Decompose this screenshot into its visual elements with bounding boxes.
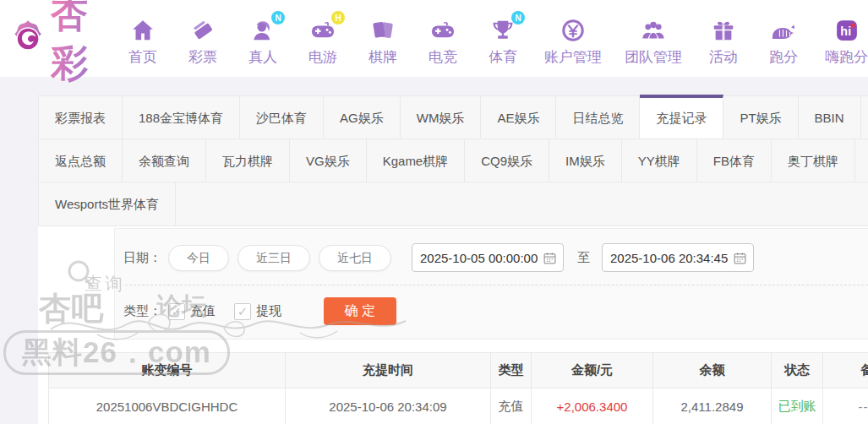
nav-item-hi-paofen[interactable]: hi 嗨跑分 <box>825 17 868 67</box>
tab-balance-query[interactable]: 余额查询 <box>123 139 206 182</box>
date-to-value: 2025-10-06 20:34:45 <box>610 251 728 265</box>
tab-yy-chess[interactable]: YY棋牌 <box>622 139 697 182</box>
nav-item-chess-cards[interactable]: 棋牌 <box>364 17 401 67</box>
nav-item-egames[interactable]: H 电游 <box>304 17 341 67</box>
main-panel: 彩票报表 188金宝博体育 沙巴体育 AG娱乐 WM娱乐 AE娱乐 日结总览 充… <box>38 95 868 424</box>
tab-row-1: 彩票报表 188金宝博体育 沙巴体育 AG娱乐 WM娱乐 AE娱乐 日结总览 充… <box>39 96 868 139</box>
col-header-change-id: 账变编号 <box>49 353 286 389</box>
nav-item-label: 跑分 <box>769 47 798 67</box>
nav-item-activity[interactable]: 活动 <box>705 17 742 67</box>
new-badge: N <box>511 11 525 24</box>
cards-icon <box>369 17 396 44</box>
gamepad-icon: H <box>309 17 336 44</box>
trophy-icon: N <box>489 17 516 44</box>
flower-logo-icon <box>8 14 47 64</box>
tab-im-entertainment[interactable]: IM娱乐 <box>549 139 622 182</box>
nav-item-esports[interactable]: 电竞 <box>424 17 461 67</box>
date-to-input[interactable]: 2025-10-06 20:34:45 <box>602 243 754 272</box>
nav-item-label: 账户管理 <box>544 47 602 67</box>
nav-item-home[interactable]: 首页 <box>124 17 161 67</box>
page: 杏彩 首页 彩票 N 真人 <box>0 0 868 424</box>
quick-range-3days-button[interactable]: 近三日 <box>237 245 310 271</box>
nav-item-label: 体育 <box>489 47 517 67</box>
nav-item-account-management[interactable]: 账户管理 <box>544 17 602 67</box>
nav-item-sports[interactable]: N 体育 <box>484 17 521 67</box>
new-badge: N <box>271 11 285 24</box>
check-icon: ✓ <box>237 305 248 318</box>
tab-pt-entertainment[interactable]: PT娱乐 <box>723 96 798 139</box>
nav-item-paofen[interactable]: 跑分 <box>765 17 802 67</box>
tab-ag-entertainment[interactable]: AG娱乐 <box>324 96 401 139</box>
report-tabs: 彩票报表 188金宝博体育 沙巴体育 AG娱乐 WM娱乐 AE娱乐 日结总览 充… <box>38 95 868 226</box>
home-icon <box>129 17 156 44</box>
svg-text:hi: hi <box>840 24 851 38</box>
tab-odin-chess[interactable]: 奥丁棋牌 <box>772 139 855 182</box>
brand-name: 杏彩 <box>51 0 111 89</box>
date-to-separator-label: 至 <box>577 250 590 266</box>
nav-item-label: 真人 <box>248 47 277 67</box>
cell-balance: 2,411.2849 <box>653 389 772 424</box>
tab-shaba-sport[interactable]: 沙巴体育 <box>240 96 324 139</box>
tab-cq9-entertainment[interactable]: CQ9娱乐 <box>465 139 549 182</box>
date-filter-row: 日期： 今日 近三日 近七日 2025-10-05 00:00:00 至 202… <box>123 243 868 272</box>
tab-vg-entertainment[interactable]: VG娱乐 <box>290 139 367 182</box>
col-header-balance: 余额 <box>653 353 772 389</box>
status-badge: 已到账 <box>772 389 823 424</box>
tab-lottery-report[interactable]: 彩票报表 <box>39 96 123 139</box>
date-label: 日期： <box>123 250 161 266</box>
tab-fb-sport[interactable]: FB体育 <box>697 139 772 182</box>
col-header-type: 类型 <box>491 353 532 389</box>
tab-ae-entertainment[interactable]: AE娱乐 <box>481 96 556 139</box>
date-from-input[interactable]: 2025-10-05 00:00:00 <box>412 243 564 272</box>
coin-yen-icon <box>560 17 587 44</box>
tab-rebate-total[interactable]: 返点总额 <box>39 139 123 182</box>
tab-kgame-chess[interactable]: Kgame棋牌 <box>367 139 466 182</box>
tab-im-sport[interactable]: IM体育 <box>855 139 868 182</box>
nav-item-label: 电游 <box>308 47 337 67</box>
withdraw-option-label[interactable]: 提现 <box>256 303 281 319</box>
nav-item-label: 活动 <box>709 47 738 67</box>
hi-app-icon: hi <box>833 17 860 44</box>
filter-panel: 日期： 今日 近三日 近七日 2025-10-05 00:00:00 至 202… <box>114 228 868 340</box>
gift-icon <box>710 17 737 44</box>
tab-wm-entertainment[interactable]: WM娱乐 <box>401 96 482 139</box>
tab-wesports[interactable]: Wesports世界体育 <box>39 182 176 226</box>
quick-range-today-button[interactable]: 今日 <box>168 245 229 271</box>
tab-wali-chess[interactable]: 瓦力棋牌 <box>206 139 290 182</box>
nav-item-team-management[interactable]: 团队管理 <box>625 17 682 67</box>
tab-188-jinbaobo-sport[interactable]: 188金宝博体育 <box>123 96 240 139</box>
cell-change-id: 20251006VBDCIGHHDC <box>49 389 286 424</box>
ticket-icon <box>189 17 216 44</box>
confirm-button[interactable]: 确 定 <box>324 297 396 325</box>
calendar-icon[interactable] <box>733 251 747 265</box>
cell-type: 充值 <box>491 389 532 424</box>
col-header-remark: 备注 <box>823 353 868 389</box>
checkbox-deposit[interactable]: ✓ <box>168 303 185 320</box>
cell-remark: ------ <box>823 389 868 424</box>
col-header-status: 状态 <box>772 353 823 389</box>
team-people-icon <box>640 17 667 44</box>
nav-item-label: 电竞 <box>429 47 457 67</box>
live-person-icon: N <box>249 17 276 44</box>
brand-logo[interactable]: 杏彩 <box>8 0 111 89</box>
nav-item-lottery[interactable]: 彩票 <box>184 17 221 67</box>
calendar-icon[interactable] <box>543 251 557 265</box>
cell-amount: +2,006.3400 <box>532 389 653 424</box>
tab-daily-summary[interactable]: 日结总览 <box>556 96 640 139</box>
nav-item-label: 首页 <box>128 47 157 67</box>
tab-row-2: 返点总额 余额查询 瓦力棋牌 VG娱乐 Kgame棋牌 CQ9娱乐 IM娱乐 Y… <box>39 139 868 182</box>
tab-bbin[interactable]: BBIN <box>799 96 861 139</box>
checkbox-withdraw[interactable]: ✓ <box>234 303 251 320</box>
tab-account-change-report[interactable]: 账变报表 <box>861 96 868 139</box>
nav-item-live-casino[interactable]: N 真人 <box>244 17 281 67</box>
col-header-amount: 金额/元 <box>532 353 653 389</box>
deposit-option-label[interactable]: 充值 <box>190 303 216 319</box>
tab-deposit-withdraw-records[interactable]: 充提记录 <box>640 95 723 139</box>
main-nav: 首页 彩票 N 真人 H 电游 <box>124 17 868 67</box>
type-label: 类型： <box>123 303 161 319</box>
quick-range-7days-button[interactable]: 近七日 <box>319 245 391 271</box>
nav-item-label: 团队管理 <box>625 47 682 67</box>
type-filter-row: 类型： ✓ 充值 ✓ 提现 确 定 <box>123 297 868 325</box>
table-header-row: 账变编号 充提时间 类型 金额/元 余额 状态 备注 <box>49 353 868 389</box>
check-icon: ✓ <box>172 305 183 318</box>
